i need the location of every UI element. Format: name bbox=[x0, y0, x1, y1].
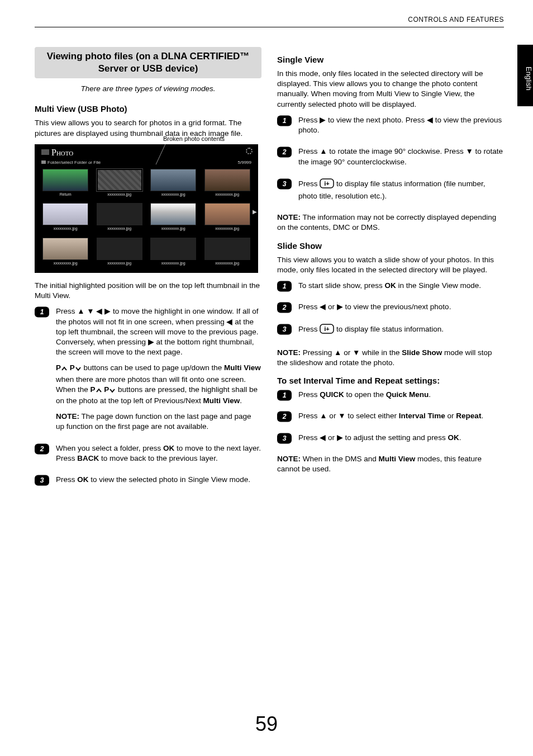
language-tab: English bbox=[517, 45, 533, 106]
svg-text:3: 3 bbox=[283, 180, 287, 188]
multi-view-bold: Multi View bbox=[203, 396, 240, 405]
thumb-caption: xxxxxxxxx.jpg bbox=[107, 192, 131, 196]
step-number-2-icon: 2 bbox=[35, 443, 49, 469]
thumbnail bbox=[150, 203, 196, 225]
it3-text: Press ◀ or ▶ to adjust the setting and p… bbox=[298, 433, 504, 443]
step-number-3-icon: 3 bbox=[277, 324, 292, 342]
photo-list-icon bbox=[41, 149, 49, 155]
header-rule bbox=[35, 27, 504, 27]
svg-text:3: 3 bbox=[40, 476, 44, 484]
single-view-intro: In this mode, only files located in the … bbox=[277, 69, 504, 110]
heading-interval: To set Interval Time and Repeat settings… bbox=[277, 376, 504, 385]
down-caret-icon bbox=[109, 386, 116, 396]
step-number-1-icon: 1 bbox=[277, 281, 292, 296]
sv-step-3-body: Press i+ to display file status informat… bbox=[298, 178, 504, 207]
step-2-body: When you select a folder, press OK to mo… bbox=[56, 443, 261, 469]
ss3-text: Press i+ to display file status informat… bbox=[298, 324, 504, 337]
text: Press bbox=[298, 179, 320, 188]
it-step-3: 3 Press ◀ or ▶ to adjust the setting and… bbox=[277, 433, 504, 448]
folder-hint: Folder/select Folder or File bbox=[41, 160, 101, 165]
thumbnail bbox=[204, 169, 250, 191]
ss1-text: To start slide show, press OK in the Sin… bbox=[298, 281, 504, 291]
sv3-text: Press i+ to display file status informat… bbox=[298, 178, 504, 201]
text: in the Single View mode. bbox=[396, 281, 481, 290]
thumbnail bbox=[97, 238, 142, 260]
svg-text:1: 1 bbox=[40, 309, 44, 316]
thumb-caption: xxxxxxxxx.jpg bbox=[107, 261, 131, 265]
multi-view-bold: Multi View bbox=[224, 363, 261, 372]
text: Press bbox=[298, 390, 320, 399]
thumbnail-grid: Return xxxxxxxxx.jpg xxxxxxxxx.jpg xxxxx… bbox=[40, 169, 253, 270]
sv-step-2-body: Press ▲ to rotate the image 90° clockwis… bbox=[298, 147, 504, 172]
ss-step-3: 3 Press i+ to display file status inform… bbox=[277, 324, 504, 342]
thumbnail bbox=[42, 203, 88, 225]
text: to open the bbox=[344, 390, 386, 399]
step-1a-text: Press ▲ ▼ ◀ ▶ to move the highlight in o… bbox=[56, 306, 261, 357]
broken-content-label: Broken photo contents bbox=[163, 135, 225, 142]
thumb-caption: xxxxxxxxx.jpg bbox=[215, 226, 239, 230]
text: When you select a folder, press bbox=[56, 444, 163, 452]
sv-step-1: 1 Press ▶ to view the next photo. Press … bbox=[277, 115, 504, 141]
mock-title: Photo bbox=[41, 148, 73, 158]
thumbnail bbox=[204, 203, 250, 225]
mock-subbar: Folder/select Folder or File 5/9999 bbox=[41, 160, 251, 165]
note-text: Pressing ▲ or ▼ while in the bbox=[301, 348, 402, 357]
step-2-text: When you select a folder, press OK to mo… bbox=[56, 443, 261, 464]
it1-text: Press QUICK to open the Quick Menu. bbox=[298, 390, 504, 400]
ok-label: OK bbox=[385, 281, 396, 290]
thumb-caption: xxxxxxxxx.jpg bbox=[161, 261, 185, 265]
thumb-caption: xxxxxxxxx.jpg bbox=[215, 261, 239, 265]
next-page-arrow-icon: ▶ bbox=[253, 209, 257, 215]
thumbnail bbox=[150, 169, 196, 191]
step-number-3-icon: 3 bbox=[35, 475, 49, 490]
note-label: NOTE: bbox=[277, 213, 301, 221]
it-step-2-body: Press ▲ or ▼ to select either Interval T… bbox=[298, 411, 504, 427]
interval-time-label: Interval Time bbox=[399, 412, 445, 420]
step-number-3-icon: 3 bbox=[277, 433, 292, 448]
text: Press bbox=[56, 475, 77, 484]
ok-label: OK bbox=[448, 433, 459, 442]
repeat-label: Repeat bbox=[456, 412, 481, 420]
right-column: Single View In this mode, only files loc… bbox=[277, 47, 504, 496]
step-2: 2 When you select a folder, press OK to … bbox=[35, 443, 261, 469]
thumb-caption: xxxxxxxxx.jpg bbox=[107, 226, 131, 230]
folder-icon bbox=[41, 160, 46, 164]
thumb-cell: xxxxxxxxx.jpg bbox=[148, 169, 199, 201]
ok-label: OK bbox=[163, 444, 174, 452]
it-step-3-body: Press ◀ or ▶ to adjust the setting and p… bbox=[298, 433, 504, 448]
mock-counter: 5/9999 bbox=[238, 160, 251, 165]
ss-note: NOTE: Pressing ▲ or ▼ while in the Slide… bbox=[277, 348, 504, 368]
step-number-1-icon: 1 bbox=[277, 115, 292, 141]
text: to view the selected photo in Single Vie… bbox=[89, 475, 250, 484]
sv-step-2: 2 Press ▲ to rotate the image 90° clockw… bbox=[277, 147, 504, 172]
svg-text:2: 2 bbox=[282, 149, 287, 157]
note-text: The page down function on the last page … bbox=[56, 412, 251, 431]
p-label: P bbox=[68, 363, 75, 372]
step-number-2-icon: 2 bbox=[277, 302, 292, 318]
thumbnail bbox=[150, 238, 196, 260]
text: . bbox=[481, 412, 483, 420]
it-note: NOTE: When in the DMS and Multi View mod… bbox=[277, 454, 504, 474]
thumbnail bbox=[42, 238, 88, 260]
page: CONTROLS AND FEATURES English Viewing ph… bbox=[0, 0, 533, 756]
ok-label: OK bbox=[77, 475, 88, 484]
photo-grid-wrapper: Broken photo contents Photo Folder/selec… bbox=[35, 144, 261, 273]
svg-text:1: 1 bbox=[283, 391, 287, 399]
text: or bbox=[445, 412, 456, 420]
thumb-cell: xxxxxxxxx.jpg bbox=[94, 169, 145, 201]
heading-multi-view: Multi View (USB Photo) bbox=[35, 104, 261, 114]
text: to display file status information. bbox=[334, 325, 444, 333]
thumbnail-broken bbox=[97, 169, 142, 191]
p-label: P bbox=[91, 385, 96, 394]
sv-note: NOTE: The information may not be correct… bbox=[277, 212, 504, 233]
step-1: 1 Press ▲ ▼ ◀ ▶ to move the highlight in… bbox=[35, 306, 261, 437]
step-3-body: Press OK to view the selected photo in S… bbox=[56, 475, 261, 490]
svg-text:3: 3 bbox=[283, 434, 287, 442]
ss-step-2-body: Press ◀ or ▶ to view the previous/next p… bbox=[298, 302, 504, 318]
text: . bbox=[429, 390, 431, 399]
thumb-caption: xxxxxxxxx.jpg bbox=[54, 261, 78, 265]
text: Press bbox=[298, 325, 320, 333]
text: Press ▲ or ▼ to select either bbox=[298, 412, 399, 420]
thumb-cell: xxxxxxxxx.jpg bbox=[40, 238, 91, 270]
section-title: Viewing photo files (on a DLNA CERTIFIED… bbox=[40, 50, 256, 75]
